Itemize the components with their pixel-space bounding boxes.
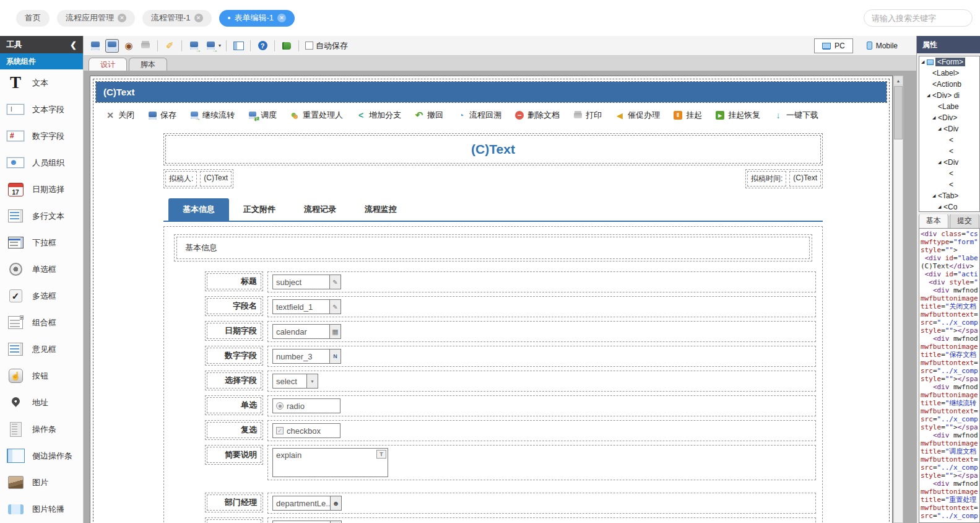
tree-expander-icon[interactable]: ◢ <box>927 93 932 98</box>
source-code-view[interactable]: <div class="csmwftype="form"style=""> <d… <box>919 228 980 523</box>
action-关闭[interactable]: 关闭 <box>105 110 134 121</box>
field-label-cell[interactable]: 复选 <box>205 420 263 440</box>
field-label-cell[interactable]: 简要说明 <box>205 445 263 465</box>
select-control[interactable]: select <box>272 374 318 389</box>
person-control[interactable]: departmentLe... <box>272 496 342 511</box>
field-control-cell[interactable]: select <box>267 371 816 392</box>
properties-tab-提交[interactable]: 提交 <box>950 214 979 228</box>
action-保存[interactable]: 保存 <box>147 110 176 121</box>
textarea-control[interactable]: explain <box>272 448 388 477</box>
device-pc-button[interactable]: PC <box>814 38 853 53</box>
sidebar-item-图片[interactable]: 图片 <box>0 469 83 496</box>
tree-node[interactable]: ◢<Tab> <box>919 190 979 201</box>
action-调度[interactable]: 调度 <box>248 110 277 121</box>
field-label-cell[interactable]: 数字字段 <box>205 346 263 366</box>
field-control-cell[interactable]: textfield_1 <box>267 296 816 317</box>
sidebar-item-下拉框[interactable]: 下拉框 <box>0 229 83 256</box>
properties-tab-基本[interactable]: 基本 <box>919 214 948 228</box>
date-control[interactable]: calendar <box>272 324 341 339</box>
sidebar-item-文本字段[interactable]: 文本字段 <box>0 96 83 123</box>
tree-expander-icon[interactable]: ◢ <box>932 193 938 198</box>
dropdown-caret-icon[interactable]: ▾ <box>219 43 221 48</box>
action-继续流转[interactable]: 继续流转 <box>189 110 235 121</box>
print-icon[interactable] <box>139 39 152 53</box>
field-control-cell[interactable]: subject <box>267 271 816 292</box>
field-control-cell[interactable]: calendar <box>267 321 816 342</box>
import-icon[interactable] <box>187 39 201 53</box>
field-control-cell[interactable]: number_3 <box>267 346 816 367</box>
chevron-left-icon[interactable]: ❮ <box>70 40 77 50</box>
field-control-cell[interactable]: radio <box>267 395 816 416</box>
field-label-cell[interactable]: 选择字段 <box>205 371 263 390</box>
form-tab-正文附件[interactable]: 正文附件 <box>229 198 290 221</box>
action-撤回[interactable]: 撤回 <box>414 110 443 121</box>
tree-node[interactable]: < <box>919 179 979 190</box>
tree-node[interactable]: <Labe <box>919 101 979 112</box>
sidebar-item-按钮[interactable]: 按钮 <box>0 363 83 389</box>
tree-node[interactable]: ◢<Div> <box>919 112 979 123</box>
tree-node[interactable]: <Actionb <box>919 79 979 90</box>
save-as-icon[interactable] <box>105 39 119 53</box>
autosave-toggle[interactable]: 自动保存 <box>304 40 348 51</box>
close-icon[interactable]: ✕ <box>118 14 126 22</box>
tree-node[interactable]: <Label> <box>919 68 979 79</box>
sidebar-item-人员组织[interactable]: 人员组织 <box>0 149 83 176</box>
form-tab-流程记录[interactable]: 流程记录 <box>290 198 350 221</box>
drafter-group[interactable]: 拟稿人: (C)Text <box>163 169 233 188</box>
canvas-scrollbar[interactable]: ▲ <box>893 76 903 523</box>
action-挂起[interactable]: 挂起 <box>673 110 702 121</box>
action-重置处理人[interactable]: 重置处理人 <box>290 110 343 121</box>
form-tab-流程监控[interactable]: 流程监控 <box>350 198 411 221</box>
field-label-cell[interactable]: 单选 <box>205 395 263 415</box>
form-window-titlebar[interactable]: (C)Text <box>96 82 887 102</box>
tree-node[interactable]: < <box>919 134 979 146</box>
field-control-cell[interactable]: explain <box>267 445 816 480</box>
field-label-cell[interactable]: 日期字段 <box>205 321 263 341</box>
tree-node[interactable]: ◢<Form> <box>919 56 979 68</box>
breadcrumb-tab[interactable]: •表单编辑-1✕ <box>219 10 295 27</box>
scroll-up-icon[interactable]: ▲ <box>894 76 903 86</box>
text-control[interactable]: textfield_1 <box>272 299 341 314</box>
drafter-value[interactable]: (C)Text <box>200 171 232 187</box>
save-icon[interactable] <box>89 39 102 53</box>
tree-expander-icon[interactable]: ◢ <box>932 115 938 120</box>
sidebar-item-组合框[interactable]: 组合框 <box>0 309 83 336</box>
sidebar-item-操作条[interactable]: 操作条 <box>0 416 83 442</box>
sidebar-item-多行文本[interactable]: 多行文本 <box>0 203 83 229</box>
action-打印[interactable]: 打印 <box>573 110 602 121</box>
drafter-label[interactable]: 拟稿人: <box>165 171 197 187</box>
section-box[interactable]: 基本信息 <box>174 234 812 262</box>
editor-tab-设计[interactable]: 设计 <box>89 58 127 71</box>
sidebar-item-单选框[interactable]: 单选框 <box>0 256 83 283</box>
tree-node[interactable]: < <box>919 168 979 179</box>
person-control[interactable]: companyLeader <box>272 521 342 523</box>
text-control[interactable]: subject <box>272 275 341 289</box>
sidebar-item-日期选择[interactable]: 日期选择 <box>0 176 83 203</box>
section-title[interactable]: 基本信息 <box>176 237 810 259</box>
sidebar-item-意见框[interactable]: 意见框 <box>0 336 83 363</box>
export-icon[interactable] <box>204 39 217 53</box>
tree-node[interactable]: ◢<Div <box>919 123 979 134</box>
field-control-cell[interactable]: checkbox <box>267 420 816 441</box>
field-label-cell[interactable]: 标题 <box>205 271 263 291</box>
device-mobile-button[interactable]: Mobile <box>859 38 905 53</box>
tree-expander-icon[interactable]: ◢ <box>938 160 943 165</box>
form-tab-基本信息[interactable]: 基本信息 <box>168 198 229 221</box>
sidebar-item-数字字段[interactable]: 数字字段 <box>0 123 83 149</box>
sidebar-item-图片轮播[interactable]: 图片轮播 <box>0 496 83 522</box>
close-icon[interactable]: ✕ <box>194 14 203 22</box>
field-control-cell[interactable]: departmentLe... <box>267 493 816 514</box>
form-title[interactable]: (C)Text <box>165 135 821 164</box>
book-icon[interactable] <box>280 39 293 53</box>
scrollbar-thumb[interactable] <box>894 86 903 139</box>
close-icon[interactable]: ✕ <box>277 14 286 22</box>
sidebar-item-侧边操作条[interactable]: 侧边操作条 <box>0 442 83 469</box>
tree-expander-icon[interactable]: ◢ <box>938 204 943 209</box>
form-title-box[interactable]: (C)Text <box>163 133 823 165</box>
sidebar-item-地址[interactable]: 地址 <box>0 389 83 416</box>
layout-icon[interactable] <box>232 39 245 53</box>
action-催促办理[interactable]: 催促办理 <box>615 110 660 121</box>
draft-time-value[interactable]: (C)Text <box>789 171 821 187</box>
action-挂起恢复[interactable]: 挂起恢复 <box>715 110 760 121</box>
tree-node[interactable]: < <box>919 146 979 157</box>
